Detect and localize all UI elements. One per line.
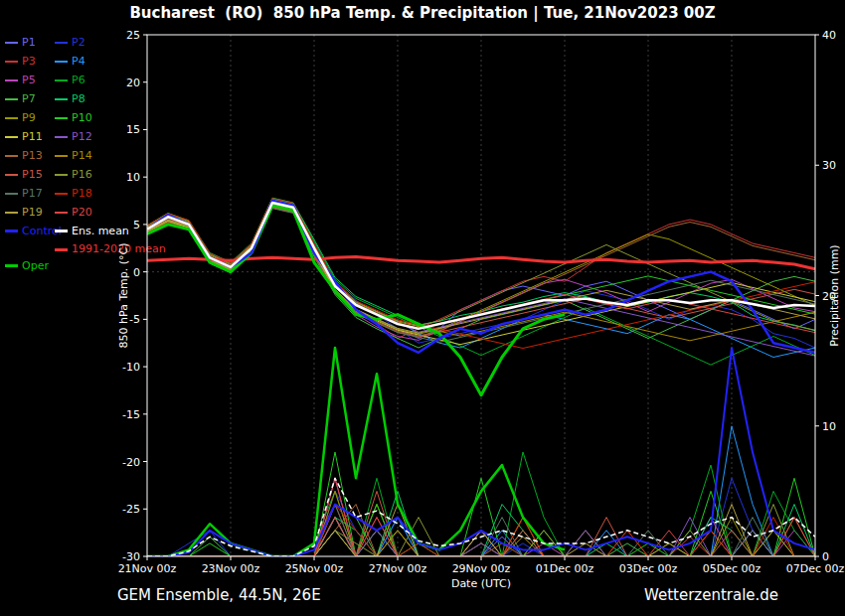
xtick-label: 23Nov 00z xyxy=(202,562,260,575)
ytick-left-label: 10 xyxy=(126,171,140,184)
y-axis-title-left: 850 hPa Temp. (°C) xyxy=(117,243,130,349)
ytick-left-label: 25 xyxy=(126,29,140,42)
meteogram-page: Bucharest (RO) 850 hPa Temp. & Precipita… xyxy=(0,0,845,616)
xtick-label: 27Nov 00z xyxy=(369,562,427,575)
xtick-label: 03Dec 00z xyxy=(619,562,678,575)
series-oper-precip xyxy=(147,348,565,556)
y-axis-title-right: Precipitation (mm) xyxy=(828,244,841,346)
x-axis-title: Date (UTC) xyxy=(451,577,511,590)
ytick-right-label: 40 xyxy=(822,29,836,42)
ytick-left-label: -25 xyxy=(122,503,140,516)
xtick-label: 01Dec 00z xyxy=(536,562,594,575)
ytick-left-label: 15 xyxy=(126,123,140,136)
xtick-label: 05Dec 00z xyxy=(703,562,761,575)
meteogram-canvas: 2520151050-5-10-15-20-25-3040302010021No… xyxy=(0,0,845,616)
footer-model-label: GEM Ensemble, 44.5N, 26E xyxy=(117,586,321,604)
xtick-label: 21Nov 00z xyxy=(118,562,177,575)
ytick-left-label: -10 xyxy=(122,361,140,374)
xtick-label: 07Dec 00z xyxy=(786,562,845,575)
ytick-left-label: 0 xyxy=(133,266,140,279)
ytick-left-label: -5 xyxy=(129,313,140,326)
xtick-label: 29Nov 00z xyxy=(452,562,511,575)
footer-site-label: Wetterzentrale.de xyxy=(644,586,778,604)
ytick-left-label: 5 xyxy=(133,219,140,231)
ytick-right-label: 10 xyxy=(822,420,836,433)
ytick-left-label: 20 xyxy=(126,77,140,89)
xtick-label: 25Nov 00z xyxy=(285,562,344,575)
ytick-left-label: -15 xyxy=(122,408,140,421)
ytick-left-label: -20 xyxy=(122,456,140,469)
ytick-right-label: 30 xyxy=(822,159,836,172)
series-p20-temp xyxy=(147,202,815,333)
